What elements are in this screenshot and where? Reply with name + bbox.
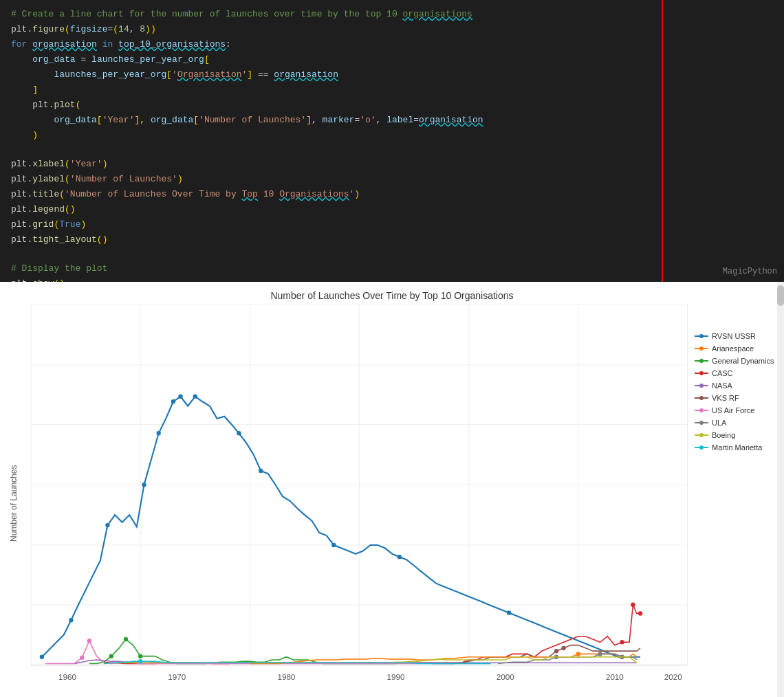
svg-point-53 xyxy=(138,659,142,663)
legend-label-general-dynamics: General Dynamics xyxy=(712,357,774,365)
legend-area: RVSN USSR Arianespace General Dynamics C… xyxy=(688,305,777,697)
svg-point-42 xyxy=(124,637,128,641)
legend-label-ula: ULA xyxy=(712,419,726,427)
legend-item-ula: ULA xyxy=(695,419,777,427)
code-line-19: plt.show() xyxy=(0,276,784,282)
legend-label-martin-marietta: Martin Marietta xyxy=(712,443,762,452)
legend-item-casc: CASC xyxy=(695,369,777,377)
language-label: MagicPython xyxy=(723,267,777,276)
chart-title: Number of Launches Over Time by Top 10 O… xyxy=(0,282,784,305)
code-line-15: plt.grid(True) xyxy=(0,217,784,232)
code-line-1: # Create a line chart for the number of … xyxy=(0,7,784,22)
svg-text:1990: 1990 xyxy=(387,672,405,681)
svg-point-44 xyxy=(80,656,84,660)
svg-point-26 xyxy=(69,618,73,622)
code-editor: # Create a line chart for the number of … xyxy=(0,0,784,282)
legend-item-boeing: Boeing xyxy=(695,431,777,439)
scrollbar[interactable] xyxy=(777,282,784,697)
code-line-14: plt.legend() xyxy=(0,202,784,217)
svg-point-48 xyxy=(576,652,580,656)
svg-point-39 xyxy=(638,611,642,615)
legend-item-general-dynamics: General Dynamics xyxy=(695,357,777,365)
svg-text:1970: 1970 xyxy=(168,672,186,681)
code-line-2: plt.figure(figsize=(14, 8)) xyxy=(0,22,784,37)
svg-point-41 xyxy=(109,654,113,658)
legend-item-vks-rf: VKS RF xyxy=(695,394,777,402)
legend-label-boeing: Boeing xyxy=(712,431,735,439)
svg-point-31 xyxy=(178,395,182,399)
code-line-13: plt.title('Number of Launches Over Time … xyxy=(0,187,784,202)
svg-text:1960: 1960 xyxy=(58,672,76,681)
legend-item-us-air-force: US Air Force xyxy=(695,406,777,414)
svg-point-36 xyxy=(398,555,402,559)
code-line-18: # Display the plot xyxy=(0,261,784,276)
code-line-3: for organisation in top_10_organisations… xyxy=(0,37,784,52)
svg-text:2010: 2010 xyxy=(606,672,624,681)
chart-plot-area: 0 20 40 60 80 1960 1970 1980 1990 2000 2… xyxy=(31,305,688,697)
legend-item-martin-marietta: Martin Marietta xyxy=(695,443,777,452)
svg-point-28 xyxy=(142,483,146,487)
chart-svg: 0 20 40 60 80 1960 1970 1980 1990 2000 2… xyxy=(31,305,688,697)
legend-label-us-air-force: US Air Force xyxy=(712,406,754,414)
y-axis-label: Number of Launches xyxy=(7,305,21,697)
svg-text:1980: 1980 xyxy=(277,672,295,681)
code-line-10 xyxy=(0,143,784,157)
legend-label-casc: CASC xyxy=(712,369,733,377)
chart-area: Number of Launches xyxy=(0,305,784,697)
cursor-line xyxy=(662,0,663,282)
code-line-5: launches_per_year_org['Organisation'] ==… xyxy=(0,67,784,82)
svg-point-38 xyxy=(631,603,635,607)
svg-point-27 xyxy=(105,523,109,527)
svg-point-33 xyxy=(237,431,241,435)
legend-item-rvsn: RVSN USSR xyxy=(695,332,777,340)
svg-point-32 xyxy=(193,395,197,399)
code-line-12: plt.ylabel('Number of Launches') xyxy=(0,172,784,187)
code-line-17 xyxy=(0,247,784,261)
legend-label-nasa: NASA xyxy=(712,381,732,390)
svg-point-34 xyxy=(259,469,263,473)
svg-point-29 xyxy=(157,431,161,435)
legend-label-arianespace: Arianespace xyxy=(712,344,754,353)
svg-text:2020: 2020 xyxy=(664,672,682,681)
svg-point-30 xyxy=(171,399,175,403)
chart-section: Number of Launches Over Time by Top 10 O… xyxy=(0,282,784,697)
code-line-7: plt.plot( xyxy=(0,98,784,113)
legend-item-arianespace: Arianespace xyxy=(695,344,777,353)
code-line-6: ] xyxy=(0,82,784,98)
code-line-11: plt.xlabel('Year') xyxy=(0,157,784,172)
legend-label-rvsn: RVSN USSR xyxy=(712,332,756,340)
svg-point-43 xyxy=(138,654,142,658)
svg-text:2000: 2000 xyxy=(497,672,514,681)
legend-label-vks-rf: VKS RF xyxy=(712,394,739,402)
svg-point-45 xyxy=(87,639,91,643)
svg-point-35 xyxy=(331,543,336,547)
svg-point-37 xyxy=(507,610,511,615)
svg-point-25 xyxy=(40,654,44,659)
code-line-16: plt.tight_layout() xyxy=(0,232,784,247)
svg-point-51 xyxy=(598,652,602,656)
svg-point-46 xyxy=(554,649,558,653)
svg-point-40 xyxy=(620,640,624,644)
scrollbar-thumb[interactable] xyxy=(777,285,784,306)
code-line-8: org_data['Year'], org_data['Number of La… xyxy=(0,113,784,128)
legend-item-nasa: NASA xyxy=(695,381,777,390)
code-line-9: ) xyxy=(0,128,784,143)
svg-point-47 xyxy=(561,646,565,650)
code-line-4: org_data = launches_per_year_org[ xyxy=(0,52,784,67)
